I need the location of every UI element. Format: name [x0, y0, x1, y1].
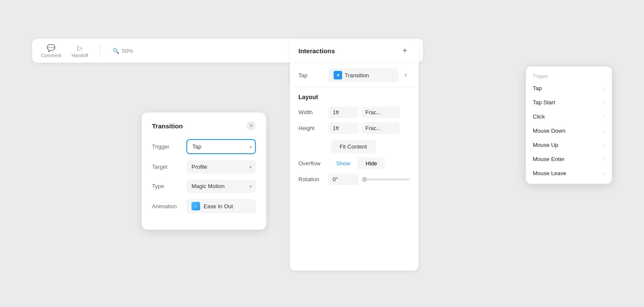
trigger-label: Tap [298, 72, 324, 79]
trigger-mouse-down-item[interactable]: Mouse Down › [526, 124, 612, 138]
height-label: Height [298, 125, 328, 131]
rotation-input[interactable] [328, 173, 358, 185]
type-select[interactable]: Magic Motion Dissolve Push Slide [186, 179, 256, 193]
trigger-tap-start-item[interactable]: Tap Start › [526, 95, 612, 109]
fit-content-button[interactable]: Fit Content [331, 140, 376, 153]
type-select-wrapper: Magic Motion Dissolve Push Slide ▾ [186, 179, 256, 193]
interaction-row: Tap ✦ Transition × [290, 63, 419, 88]
interaction-badge[interactable]: ✦ Transition [328, 68, 399, 82]
handoff-icon: ▷ [77, 44, 82, 52]
panel-add-button[interactable]: + [400, 46, 410, 56]
rotation-row: Rotation [298, 173, 410, 185]
trigger-select-wrapper: Tap Click Mouse Down Mouse Enter ▾ [186, 139, 256, 154]
target-form-row: Target Profile ▾ [152, 160, 256, 173]
toolbar-divider [100, 45, 100, 57]
animation-value: Ease In Out [204, 203, 233, 210]
comment-icon: 💬 [47, 44, 55, 52]
trigger-tap-label: Tap [533, 85, 542, 91]
trigger-tap-item[interactable]: Tap › [526, 81, 612, 95]
height-input[interactable] [328, 122, 358, 134]
overflow-show-option[interactable]: Show [328, 158, 358, 169]
trigger-dropdown: Trigger Tap › Tap Start › Click › Mouse … [526, 67, 612, 184]
search-icon: 🔍 [112, 48, 119, 54]
transition-icon: ✦ [334, 71, 342, 79]
trigger-click-label: Click [533, 113, 545, 120]
height-row: Height Frac... px % [298, 122, 410, 134]
type-form-row: Type Magic Motion Dissolve Push Slide ▾ [152, 179, 256, 193]
rotation-label: Rotation [298, 176, 328, 182]
trigger-dropdown-label: Trigger [526, 70, 612, 81]
panel-title: Interactions [298, 47, 335, 55]
trigger-form-row: Trigger Tap Click Mouse Down Mouse Enter… [152, 139, 256, 154]
target-select[interactable]: Profile [186, 160, 256, 173]
animation-form-row: Animation ≈ Ease In Out [152, 199, 256, 213]
target-form-label: Target [152, 164, 186, 170]
animation-icon: ≈ [191, 202, 200, 210]
layout-section-title: Layout [298, 94, 410, 100]
handoff-label: Handoff [72, 53, 88, 58]
zoom-control[interactable]: 🔍 50% [112, 48, 133, 54]
mouse-enter-chevron-icon: › [603, 156, 605, 162]
trigger-tap-start-label: Tap Start [533, 99, 555, 106]
trigger-mouse-down-label: Mouse Down [533, 128, 565, 134]
layout-section: Layout Width Frac... px % Height Frac...… [290, 88, 419, 191]
overflow-hide-option[interactable]: Hide [358, 158, 385, 169]
trigger-mouse-leave-label: Mouse Leave [533, 170, 566, 176]
animation-badge[interactable]: ≈ Ease In Out [186, 199, 256, 213]
type-form-label: Type [152, 183, 186, 189]
height-unit-select[interactable]: Frac... px % [361, 122, 400, 134]
width-label: Width [298, 109, 328, 116]
width-row: Width Frac... px % [298, 106, 410, 118]
target-select-wrapper: Profile ▾ [186, 160, 256, 173]
zoom-label: 50% [122, 48, 133, 54]
tap-chevron-icon: › [603, 85, 605, 91]
animation-form-label: Animation [152, 203, 186, 210]
tap-start-chevron-icon: › [603, 100, 605, 106]
modal-title: Transition [152, 122, 183, 130]
overflow-toggle: Show Hide [328, 158, 385, 169]
trigger-form-label: Trigger [152, 143, 186, 150]
transition-modal: Transition × Trigger Tap Click Mouse Dow… [142, 112, 266, 230]
badge-label: Transition [345, 72, 369, 79]
mouse-up-chevron-icon: › [603, 142, 605, 148]
handoff-toolbar-item[interactable]: ▷ Handoff [72, 44, 88, 58]
panel-header: Interactions + [290, 39, 419, 63]
trigger-mouse-enter-label: Mouse Enter [533, 156, 565, 162]
comment-label: Comment [41, 53, 61, 58]
interactions-panel: Interactions + Tap ✦ Transition × Layout… [290, 39, 419, 271]
trigger-mouse-leave-item[interactable]: Mouse Leave › [526, 166, 612, 180]
mouse-down-chevron-icon: › [603, 128, 605, 134]
interaction-close-button[interactable]: × [401, 71, 410, 79]
modal-header: Transition × [152, 121, 256, 131]
mouse-leave-chevron-icon: › [603, 170, 605, 176]
rotation-slider[interactable] [362, 179, 410, 180]
trigger-click-item[interactable]: Click › [526, 109, 612, 124]
trigger-mouse-up-label: Mouse Up [533, 142, 558, 148]
click-chevron-icon: › [603, 114, 605, 120]
width-input[interactable] [328, 106, 358, 118]
trigger-mouse-enter-item[interactable]: Mouse Enter › [526, 152, 612, 166]
trigger-mouse-up-item[interactable]: Mouse Up › [526, 138, 612, 152]
trigger-select[interactable]: Tap Click Mouse Down Mouse Enter [186, 139, 256, 154]
overflow-row: Overflow Show Hide [298, 158, 410, 169]
comment-toolbar-item[interactable]: 💬 Comment [41, 44, 61, 58]
overflow-label: Overflow [298, 160, 328, 167]
width-unit-select[interactable]: Frac... px % [361, 106, 400, 118]
modal-close-button[interactable]: × [246, 121, 256, 131]
toolbar-left: 💬 Comment ▷ Handoff 🔍 50% [41, 44, 133, 58]
